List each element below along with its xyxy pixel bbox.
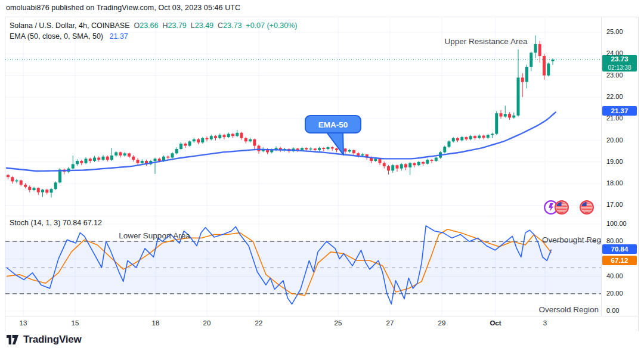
open-label: O	[134, 21, 140, 30]
price-scale[interactable]: 23.73 02:13:38 21.37 70.84 67.12 25.0024…	[602, 17, 638, 316]
candle-body	[387, 166, 390, 170]
stoch-k-badge: 70.84	[602, 244, 637, 254]
candle-body	[141, 161, 144, 163]
low-label: L	[191, 21, 195, 30]
candle-body	[249, 139, 252, 142]
candle-body	[357, 153, 360, 156]
candle-body	[452, 138, 455, 141]
candle-body	[383, 163, 386, 166]
published-chart-page: omoluabi876 published on TradingView.com…	[0, 0, 644, 351]
candle-body	[253, 139, 256, 146]
candle-body	[331, 147, 334, 148]
candle-body	[473, 136, 476, 138]
stoch-title[interactable]: Stoch (14, 1, 3)	[10, 219, 60, 227]
price-axis-label: 21.00	[606, 114, 623, 122]
candle-body	[24, 185, 27, 187]
candle-body	[525, 67, 528, 82]
candle-body	[318, 148, 321, 150]
candle-body	[11, 177, 14, 181]
candle-body	[175, 149, 178, 153]
price-pane[interactable]: Upper Resistance AreaEMA-50	[5, 17, 601, 216]
price-axis-label: 22.00	[606, 93, 623, 100]
candle-body	[16, 181, 18, 182]
candle-body	[154, 159, 157, 161]
candle-body	[54, 182, 57, 189]
candle-body	[210, 136, 213, 139]
candle-body	[231, 134, 234, 136]
candle-body	[305, 148, 308, 150]
time-axis-label: 29	[438, 319, 446, 327]
time-axis-label: 20	[203, 319, 211, 327]
stoch-axis-label: 0.00	[606, 307, 619, 314]
candle-body	[404, 164, 407, 167]
candle-body	[374, 159, 377, 161]
candle-body	[301, 148, 304, 150]
chart-widget: Upper Resistance AreaEMA-50 Lower Suppor…	[5, 17, 639, 331]
candle-body	[123, 153, 126, 156]
candle-body	[482, 136, 485, 138]
price-axis-label: 24.00	[606, 49, 623, 57]
stoch-axis-label: 80.00	[606, 237, 623, 244]
candle-body	[236, 133, 239, 136]
candle-body	[348, 150, 351, 152]
candle-body	[50, 189, 53, 192]
candle-body	[20, 181, 23, 185]
candle-body	[76, 161, 79, 164]
candle-body	[478, 136, 481, 138]
candle-body	[335, 148, 338, 150]
candle-body	[128, 153, 131, 156]
candle-body	[422, 162, 425, 164]
stoch-legend[interactable]: Stoch (14, 1, 3) 70.84 67.12	[10, 219, 102, 227]
stoch-k-value: 70.84	[63, 219, 81, 227]
stoch-d-value: 67.12	[83, 219, 102, 227]
stoch-pane[interactable]: Lower Support AreaOverbought RegionOvers…	[5, 216, 601, 316]
candle-body	[184, 144, 187, 146]
candle-body	[400, 164, 403, 168]
candle-body	[413, 163, 416, 166]
close-value: 23.73	[223, 21, 242, 30]
candle-body	[396, 165, 399, 168]
bar-countdown: 02:13:38	[602, 64, 637, 72]
symbol-legend[interactable]: Solana / U.S. Dollar, 4h, COINBASEO23.66…	[10, 20, 298, 42]
candle-body	[435, 158, 438, 161]
time-axis-label: 22	[255, 319, 263, 327]
candle-body	[201, 138, 204, 142]
price-axis-label: 20.00	[606, 136, 623, 144]
time-axis-label: 27	[386, 319, 394, 327]
candle-body	[431, 160, 434, 161]
price-axis-label: 19.00	[606, 158, 623, 165]
candle-body	[512, 116, 515, 118]
candle-body	[7, 175, 10, 178]
oversold-label: Oversold Region	[538, 305, 599, 314]
us-flag-icon	[555, 201, 568, 214]
candle-body	[227, 134, 230, 137]
candle-body	[188, 141, 191, 145]
candle-body	[33, 188, 36, 190]
candle-body	[244, 138, 247, 141]
candle-body	[85, 159, 88, 163]
candle-body	[97, 158, 100, 160]
pane-separator[interactable]	[5, 216, 601, 216]
price-axis-label: 23.00	[606, 72, 623, 79]
price-axis-label: 17.00	[606, 201, 623, 208]
time-axis-label: 18	[152, 319, 160, 327]
ema-value: 21.37	[110, 32, 128, 41]
ema-title[interactable]: EMA (50, close, 0, SMA, 50)	[10, 32, 103, 41]
candle-body	[240, 133, 243, 138]
candle-body	[223, 135, 226, 137]
symbol-title[interactable]: Solana / U.S. Dollar, 4h, COINBASE	[10, 21, 129, 30]
candle-body	[309, 148, 312, 149]
candle-body	[508, 114, 511, 117]
tradingview-logo-icon	[6, 334, 19, 345]
candle-body	[218, 135, 221, 138]
open-value: 23.66	[140, 21, 158, 30]
candle-body	[137, 160, 140, 163]
stoch-axis-label: 40.00	[606, 272, 623, 279]
low-value: 23.49	[195, 21, 213, 30]
time-scale[interactable]: 1315182022252729Oct3	[5, 316, 638, 331]
candle-body	[45, 190, 48, 192]
candle-body	[28, 187, 31, 190]
candle-body	[106, 157, 109, 160]
high-label: H	[163, 21, 168, 30]
tradingview-watermark[interactable]: TradingView	[6, 334, 82, 346]
